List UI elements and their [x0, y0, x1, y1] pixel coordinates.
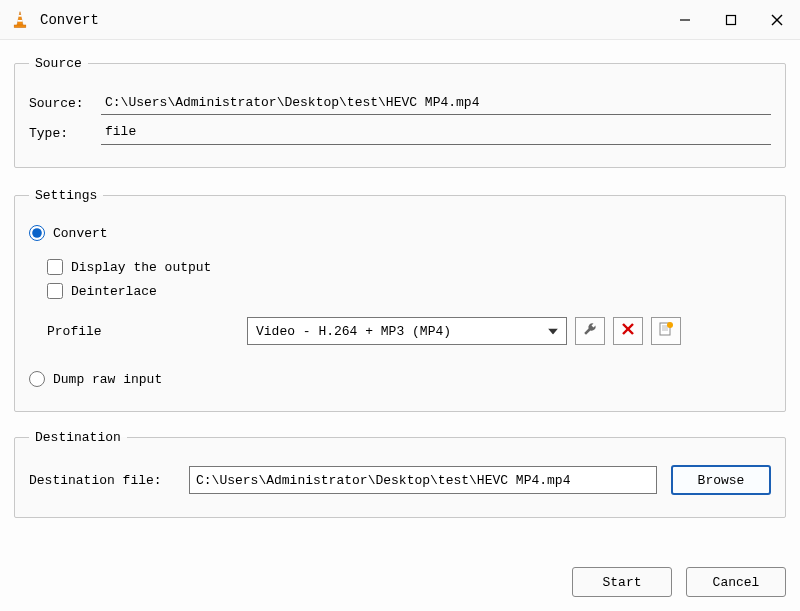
cross-icon: [621, 322, 635, 340]
source-input[interactable]: [101, 91, 771, 115]
content-area: Source Source: Type: file Settings Conve…: [0, 40, 800, 559]
svg-rect-0: [18, 15, 21, 17]
browse-button[interactable]: Browse: [671, 465, 771, 495]
destination-label: Destination file:: [29, 473, 189, 488]
vlc-cone-icon: [10, 10, 30, 30]
source-group: Source Source: Type: file: [14, 56, 786, 168]
deinterlace-checkbox[interactable]: [47, 283, 63, 299]
convert-radio[interactable]: [29, 225, 45, 241]
display-output-row[interactable]: Display the output: [47, 259, 771, 275]
new-document-icon: [658, 321, 674, 341]
deinterlace-row[interactable]: Deinterlace: [47, 283, 771, 299]
convert-radio-label: Convert: [53, 226, 108, 241]
svg-rect-4: [727, 15, 736, 24]
convert-radio-row[interactable]: Convert: [29, 225, 771, 241]
dialog-footer: Start Cancel: [0, 559, 800, 611]
maximize-button[interactable]: [708, 0, 754, 40]
profile-label: Profile: [47, 324, 247, 339]
deinterlace-label: Deinterlace: [71, 284, 157, 299]
display-output-label: Display the output: [71, 260, 211, 275]
start-button[interactable]: Start: [572, 567, 672, 597]
type-value: file: [101, 121, 771, 145]
edit-profile-button[interactable]: [575, 317, 605, 345]
titlebar: Convert: [0, 0, 800, 40]
close-button[interactable]: [754, 0, 800, 40]
settings-group: Settings Convert Display the output Dein…: [14, 188, 786, 412]
window-title: Convert: [40, 12, 662, 28]
source-legend: Source: [29, 56, 88, 71]
profile-select[interactable]: Video - H.264 + MP3 (MP4): [247, 317, 567, 345]
destination-legend: Destination: [29, 430, 127, 445]
svg-rect-2: [14, 25, 26, 28]
cancel-button[interactable]: Cancel: [686, 567, 786, 597]
display-output-checkbox[interactable]: [47, 259, 63, 275]
destination-group: Destination Destination file: Browse: [14, 430, 786, 518]
dump-radio-row[interactable]: Dump raw input: [29, 371, 771, 387]
svg-rect-1: [18, 20, 23, 22]
settings-legend: Settings: [29, 188, 103, 203]
minimize-button[interactable]: [662, 0, 708, 40]
destination-input[interactable]: [189, 466, 657, 494]
dump-radio-label: Dump raw input: [53, 372, 162, 387]
chevron-down-icon: [548, 324, 558, 339]
svg-point-13: [667, 322, 673, 328]
type-label: Type:: [29, 126, 101, 141]
delete-profile-button[interactable]: [613, 317, 643, 345]
new-profile-button[interactable]: [651, 317, 681, 345]
dump-radio[interactable]: [29, 371, 45, 387]
profile-select-value: Video - H.264 + MP3 (MP4): [256, 324, 451, 339]
source-label: Source:: [29, 96, 101, 111]
convert-dialog: Convert Source Source: Type: file Settin…: [0, 0, 800, 611]
wrench-icon: [582, 321, 598, 341]
